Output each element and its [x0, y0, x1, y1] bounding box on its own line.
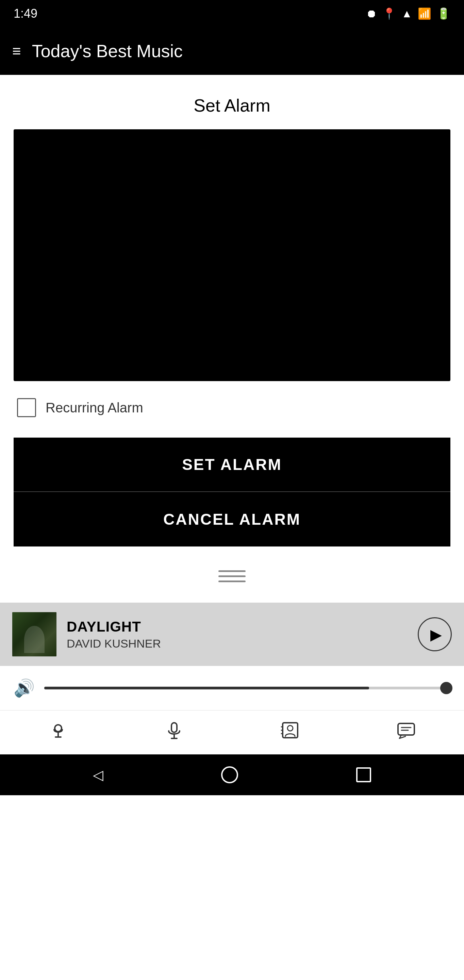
recurring-alarm-checkbox[interactable]	[17, 398, 36, 417]
nav-chat[interactable]	[397, 721, 416, 744]
toolbar-title: Today's Best Music	[32, 41, 183, 61]
recurring-alarm-row: Recurring Alarm	[14, 398, 450, 417]
track-title: DAYLIGHT	[67, 619, 408, 635]
volume-slider[interactable]	[44, 687, 450, 689]
bottom-nav	[0, 710, 464, 754]
album-art	[12, 612, 56, 656]
track-artist: DAVID KUSHNER	[67, 637, 408, 650]
volume-row: 🔊	[0, 666, 464, 710]
chat-icon	[397, 721, 416, 744]
alarm-buttons: SET ALARM CANCEL ALARM	[14, 438, 450, 546]
contacts-icon	[281, 721, 300, 744]
play-pause-button[interactable]: ▶	[418, 617, 452, 651]
status-icons: ⏺ 📍 ▲ 📶 🔋	[366, 7, 450, 20]
battery-icon: 🔋	[437, 7, 450, 20]
svg-point-7	[288, 725, 293, 731]
album-art-image	[12, 612, 56, 656]
video-player[interactable]	[14, 129, 450, 381]
podcast-icon	[49, 721, 68, 744]
record-icon: ⏺	[366, 8, 377, 20]
svg-rect-11	[398, 724, 414, 735]
wifi-icon: ▲	[401, 8, 412, 20]
location-icon: 📍	[382, 7, 396, 20]
main-content: Set Alarm Recurring Alarm SET ALARM CANC…	[0, 75, 464, 603]
menu-icon[interactable]: ≡	[12, 43, 21, 59]
nav-mic[interactable]	[165, 721, 184, 744]
page-title: Set Alarm	[14, 95, 450, 116]
now-playing-bar: DAYLIGHT DAVID KUSHNER ▶	[0, 603, 464, 666]
set-alarm-button[interactable]: SET ALARM	[14, 438, 450, 492]
cancel-alarm-button[interactable]: CANCEL ALARM	[14, 492, 450, 546]
volume-icon: 🔊	[14, 678, 35, 698]
signal-icon: 📶	[418, 7, 431, 20]
android-recents-button[interactable]	[356, 767, 371, 782]
drag-handle	[14, 563, 450, 589]
nav-podcast[interactable]	[49, 721, 68, 744]
recurring-alarm-label: Recurring Alarm	[46, 400, 143, 415]
drag-line-2	[218, 576, 246, 577]
android-nav-bar: ◁	[0, 754, 464, 795]
play-icon: ▶	[430, 626, 442, 643]
svg-point-0	[55, 725, 62, 732]
track-info: DAYLIGHT DAVID KUSHNER	[67, 619, 408, 650]
status-bar: 1:49 ⏺ 📍 ▲ 📶 🔋	[0, 0, 464, 27]
svg-rect-3	[172, 723, 177, 732]
mic-icon	[165, 721, 184, 744]
android-home-button[interactable]	[221, 766, 238, 783]
album-art-figure	[24, 626, 44, 653]
nav-contacts[interactable]	[281, 721, 300, 744]
status-time: 1:49	[14, 6, 37, 21]
android-back-button[interactable]: ◁	[93, 767, 103, 783]
drag-line-3	[218, 581, 246, 582]
volume-fill	[44, 687, 369, 689]
volume-thumb	[440, 682, 453, 694]
toolbar: ≡ Today's Best Music	[0, 27, 464, 75]
drag-line-1	[218, 570, 246, 572]
